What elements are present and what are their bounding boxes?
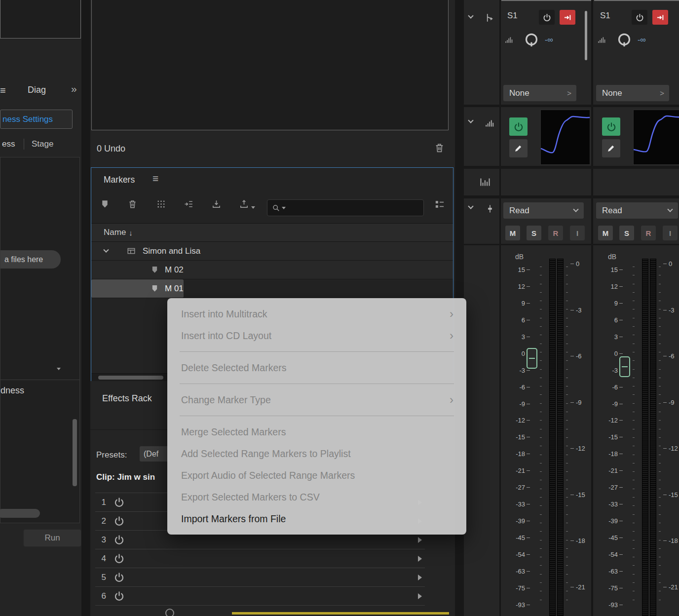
- clear-history-icon[interactable]: [434, 143, 445, 153]
- effect-slot-row[interactable]: 6: [95, 587, 425, 606]
- arm-insert-button[interactable]: [560, 10, 575, 25]
- submenu-chevron-icon: ›: [450, 325, 453, 346]
- track-name[interactable]: S1: [507, 11, 518, 21]
- left-panel-region: ≡ Diag » ness Settings ess Stage a files…: [0, 0, 81, 616]
- menu-item-export-audio-of-range-markers[interactable]: Export Audio of Selected Range Markers: [167, 464, 466, 486]
- power-icon[interactable]: [114, 516, 124, 526]
- marker-group-row[interactable]: Simon and Lisa: [91, 242, 453, 261]
- mixer-panel: S1 -∞ None >: [464, 0, 679, 616]
- preset-select[interactable]: (Def: [140, 446, 170, 462]
- drop-files-zone[interactable]: a files here: [0, 250, 61, 269]
- divider: [0, 380, 79, 380]
- volume-value[interactable]: -∞: [638, 36, 646, 44]
- track-power-button[interactable]: [632, 10, 647, 25]
- eq-power-button[interactable]: [509, 117, 528, 136]
- insert-into-multitrack-icon[interactable]: [184, 199, 193, 209]
- chevron-right-icon: >: [567, 89, 571, 97]
- mute-button[interactable]: M: [598, 226, 613, 240]
- power-icon[interactable]: [114, 591, 124, 601]
- marker-row[interactable]: M 02: [91, 261, 453, 279]
- record-arm-button[interactable]: R: [548, 226, 563, 240]
- add-marker-icon[interactable]: [100, 199, 110, 209]
- marker-list-view-icon[interactable]: [435, 199, 445, 209]
- menu-item-insert-into-cd-layout[interactable]: Insert into CD Layout ›: [167, 325, 466, 346]
- eq-curve-thumbnail[interactable]: [633, 110, 679, 165]
- loudness-settings-button[interactable]: ness Settings: [0, 110, 73, 129]
- menu-item-export-markers-to-csv[interactable]: Export Selected Markers to CSV: [167, 486, 466, 508]
- chevron-down-icon[interactable]: [251, 206, 255, 209]
- effects-rack-title: Effects Rack: [102, 393, 152, 404]
- record-arm-button[interactable]: R: [641, 226, 656, 240]
- db-unit-label: dB: [515, 253, 524, 261]
- fader-scale: 15129630-3-6-9-12-15-18-21-27-33-39-45-5…: [601, 267, 623, 608]
- arm-insert-button[interactable]: [652, 10, 668, 25]
- collapse-chevron-icon[interactable]: [468, 203, 473, 209]
- menu-item-delete-selected-markers[interactable]: Delete Selected Markers: [167, 357, 466, 379]
- pan-knob[interactable]: [617, 33, 632, 47]
- power-icon[interactable]: [114, 553, 124, 564]
- chevron-down-icon: [667, 206, 673, 212]
- collapse-chevron-icon[interactable]: [103, 247, 109, 252]
- menu-item-insert-into-multitrack[interactable]: Insert into Multitrack ›: [167, 303, 466, 325]
- panel-menu-icon[interactable]: ≡: [152, 173, 158, 185]
- mute-button[interactable]: M: [505, 226, 520, 240]
- menu-item-import-markers-from-file[interactable]: Import Markers from File: [167, 508, 466, 530]
- eq-edit-button[interactable]: [602, 139, 620, 157]
- chevron-right-icon[interactable]: [418, 575, 422, 580]
- track-power-button[interactable]: [539, 10, 555, 25]
- tab-diagnostics[interactable]: Diag: [28, 85, 46, 95]
- markers-name-header[interactable]: Name ↓: [91, 223, 453, 242]
- solo-button[interactable]: S: [527, 226, 541, 240]
- export-markers-icon[interactable]: [212, 199, 221, 209]
- tab-ess[interactable]: ess: [2, 139, 15, 149]
- tick-rail: [540, 267, 542, 608]
- merge-markers-icon[interactable]: [156, 199, 166, 209]
- volume-value[interactable]: -∞: [545, 36, 553, 44]
- panel-expand-chevrons[interactable]: »: [71, 83, 77, 95]
- eq-curve-thumbnail[interactable]: [540, 110, 590, 165]
- collapse-chevron-icon[interactable]: [468, 13, 473, 18]
- power-icon[interactable]: [114, 572, 124, 582]
- automation-mode-select[interactable]: Read: [503, 202, 584, 219]
- effect-slot-row[interactable]: 4: [95, 549, 425, 568]
- horizontal-scrollbar[interactable]: [0, 509, 40, 518]
- input-select[interactable]: None >: [503, 85, 576, 101]
- pan-knob[interactable]: [524, 33, 539, 47]
- effect-slot-row[interactable]: 5: [95, 568, 425, 587]
- effects-rack-power-icon[interactable]: [165, 609, 174, 616]
- tick-rail: [659, 267, 661, 608]
- menu-item-change-marker-type[interactable]: Change Marker Type ›: [167, 389, 466, 411]
- search-filter-chevron-icon[interactable]: [282, 207, 286, 209]
- search-input[interactable]: [289, 204, 423, 212]
- marker-row-selected[interactable]: M 01: [91, 279, 184, 298]
- arrow-to-bar-icon: [564, 13, 572, 22]
- vertical-scrollbar[interactable]: [73, 419, 77, 486]
- tab-stage[interactable]: Stage: [32, 139, 53, 149]
- menu-item-merge-selected-markers[interactable]: Merge Selected Markers: [167, 421, 466, 443]
- volume-fader-handle[interactable]: [619, 356, 630, 377]
- eq-power-button[interactable]: [602, 117, 620, 136]
- delete-marker-icon[interactable]: [128, 199, 137, 209]
- volume-fader-handle[interactable]: [527, 348, 537, 369]
- chevron-right-icon[interactable]: [418, 593, 422, 599]
- input-select[interactable]: None >: [596, 85, 669, 101]
- import-markers-icon[interactable]: [239, 199, 249, 209]
- eq-bars-icon: [485, 118, 494, 128]
- eq-curve: [541, 110, 590, 164]
- chevron-right-icon[interactable]: [418, 537, 422, 543]
- automation-mode-select[interactable]: Read: [596, 202, 678, 219]
- menu-item-add-range-markers-to-playlist[interactable]: Add Selected Range Markers to Playlist: [167, 443, 466, 464]
- input-monitor-button[interactable]: I: [570, 226, 585, 240]
- chevron-right-icon[interactable]: [418, 556, 422, 562]
- eq-edit-button[interactable]: [509, 139, 528, 157]
- chevron-down-icon[interactable]: [57, 368, 61, 370]
- run-button[interactable]: Run: [23, 529, 81, 547]
- track-name[interactable]: S1: [600, 11, 610, 21]
- input-monitor-button[interactable]: I: [663, 226, 678, 240]
- collapse-chevron-icon[interactable]: [468, 117, 473, 123]
- panel-menu-icon[interactable]: ≡: [0, 85, 6, 96]
- power-icon[interactable]: [114, 497, 124, 507]
- marker-search-box[interactable]: [267, 199, 424, 216]
- power-icon[interactable]: [114, 535, 124, 545]
- solo-button[interactable]: S: [619, 226, 634, 240]
